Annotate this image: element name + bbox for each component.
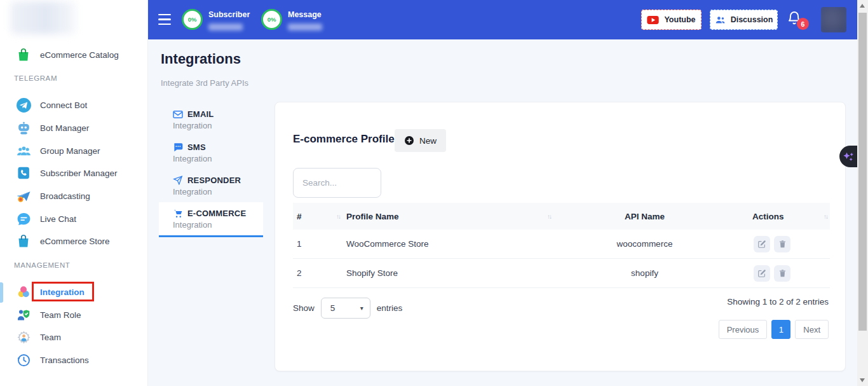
telegram-icon [15,97,32,113]
page-size-select[interactable]: 5 ▾ [321,298,370,319]
row-api-name: woocommerce [553,239,736,249]
scroll-up-arrow[interactable] [860,4,865,8]
subscriber-gauge-detail-blur [208,24,243,31]
hamburger-menu-icon[interactable] [158,14,171,25]
edit-icon [757,269,766,278]
subnav-ecommerce[interactable]: E-COMMERCE Integration [159,202,263,237]
subnav-sms[interactable]: SMS Integration [159,136,263,169]
scroll-down-arrow[interactable] [860,378,865,382]
youtube-icon [647,16,659,24]
shopping-bag-icon [15,46,32,63]
new-profile-button[interactable]: New [395,129,446,152]
edit-button[interactable] [754,236,770,252]
avatar-blur [821,7,846,32]
discussion-button-label: Discussion [731,15,773,24]
sidebar-item-connect-bot[interactable]: Connect Bot [0,95,147,115]
subnav-sms-subtitle: Integration [173,154,263,163]
history-clock-icon [15,352,32,368]
subnav-email-title: EMAIL [187,109,214,119]
sidebar-item-subscriber-manager[interactable]: Subscriber Manager [0,163,147,183]
current-page-button[interactable]: 1 [771,320,790,339]
role-shield-icon [15,307,32,323]
col-profile-name[interactable]: Profile Name ↑↓ [342,212,553,221]
sidebar-section-management: MANAGEMENT [14,261,70,269]
sidebar-item-label: Live Chat [40,214,76,224]
users-group-icon [15,142,32,159]
sms-bubble-icon [173,142,183,152]
sidebar-item-live-chat[interactable]: Live Chat [0,209,147,229]
subscriber-gauge: 0% Subscriber [182,9,250,31]
next-page-button[interactable]: Next [795,320,829,339]
sidebar-item-team[interactable]: Team [0,327,147,347]
trash-icon [778,240,787,249]
table-row: 2 Shopify Store shopify [293,259,830,288]
row-num: 2 [293,268,342,278]
sidebar-item-ecommerce-store[interactable]: eCommerce Store [0,231,147,251]
sidebar-item-ecommerce-catalog[interactable]: eCommerce Catalog [0,45,147,65]
contact-book-icon [15,165,32,181]
sort-icon[interactable]: ↑↓ [336,213,340,220]
scrollbar-thumb[interactable] [858,13,867,331]
search-input[interactable] [293,168,381,198]
notifications-bell[interactable]: 6 [787,10,806,29]
sidebar-item-label: Transactions [40,355,89,365]
sidebar-item-integration[interactable]: Integration [0,282,147,302]
row-actions [736,265,830,282]
page-size-control: Show 5 ▾ entries [293,298,402,319]
pagination: Previous 1 Next [719,320,829,339]
youtube-button[interactable]: Youtube [641,10,702,30]
subnav-ecommerce-subtitle: Integration [173,220,263,230]
paper-plane-icon [173,176,183,185]
sidebar-item-bot-manager[interactable]: Bot Manager [0,118,147,138]
previous-page-button[interactable]: Previous [719,320,768,339]
show-label: Show [293,303,315,313]
sidebar-item-transactions[interactable]: Transactions [0,350,147,370]
subnav-email[interactable]: EMAIL Integration [159,103,263,136]
app-logo [10,1,76,34]
col-api-name[interactable]: API Name [553,212,736,221]
delete-button[interactable] [774,236,790,252]
showing-entries-text: Showing 1 to 2 of 2 entries [727,297,829,307]
subscriber-gauge-value: 0% [182,9,203,30]
sidebar-section-telegram: TELEGRAM [14,74,57,82]
youtube-button-label: Youtube [664,15,695,24]
subnav-responder[interactable]: RESPONDER Integration [159,169,263,202]
main-content: Integrations Integrate 3rd Party APIs EM… [148,39,857,386]
sort-icon[interactable]: ↑↓ [824,213,827,220]
edit-button[interactable] [754,265,770,282]
sidebar-item-label: Integration [40,287,85,297]
message-gauge-detail-blur [288,24,322,31]
ai-assistant-button[interactable] [839,146,857,167]
integration-circles-icon [15,284,32,300]
chat-bubble-icon [15,210,32,227]
top-header: 0% Subscriber 0% Message Youtube Discuss… [148,0,857,39]
sidebar-item-label: Subscriber Manager [40,169,118,178]
table-row: 1 WooCommerce Store woocommerce [293,230,830,259]
card-heading: E-commerce Profile [293,133,395,146]
cart-icon [173,209,183,218]
page-size-value: 5 [330,303,336,313]
sidebar-item-label: eCommerce Catalog [40,50,119,60]
col-actions[interactable]: Actions ↑↓ [736,212,830,221]
message-gauge-value: 0% [261,9,282,30]
sidebar-item-label: Group Manager [40,146,100,156]
page-title: Integrations [161,51,241,67]
sidebar-item-broadcasting[interactable]: Broadcasting [0,186,147,206]
row-profile-name: WooCommerce Store [342,239,553,249]
col-num[interactable]: # ↑↓ [293,212,342,221]
user-avatar[interactable] [821,7,846,32]
discussion-button[interactable]: Discussion [710,10,778,30]
sort-icon[interactable]: ↑↓ [547,213,551,220]
sidebar-item-label: eCommerce Store [40,237,110,246]
subnav-sms-title: SMS [187,142,206,152]
sidebar-item-team-role[interactable]: Team Role [0,305,147,325]
sidebar-item-label: Team Role [40,310,81,320]
delete-button[interactable] [774,265,790,282]
plus-circle-icon [404,135,414,146]
sidebar-item-group-manager[interactable]: Group Manager [0,141,147,161]
sidebar-item-label: Bot Manager [40,123,89,133]
message-gauge-label: Message [288,9,322,19]
chevron-down-icon: ▾ [360,305,363,312]
sidebar-item-label: Team [40,333,61,342]
page-subtitle: Integrate 3rd Party APIs [161,78,248,88]
